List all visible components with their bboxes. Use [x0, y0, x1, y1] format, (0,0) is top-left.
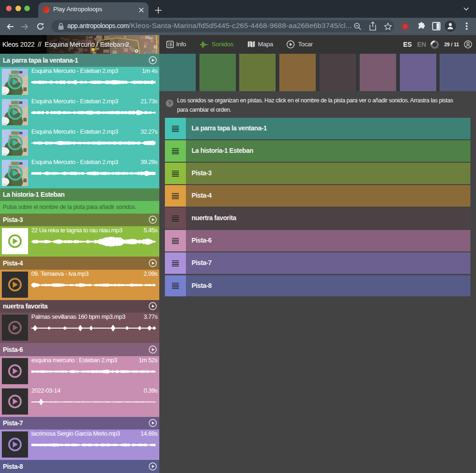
svg-text:?: ?	[168, 100, 171, 106]
